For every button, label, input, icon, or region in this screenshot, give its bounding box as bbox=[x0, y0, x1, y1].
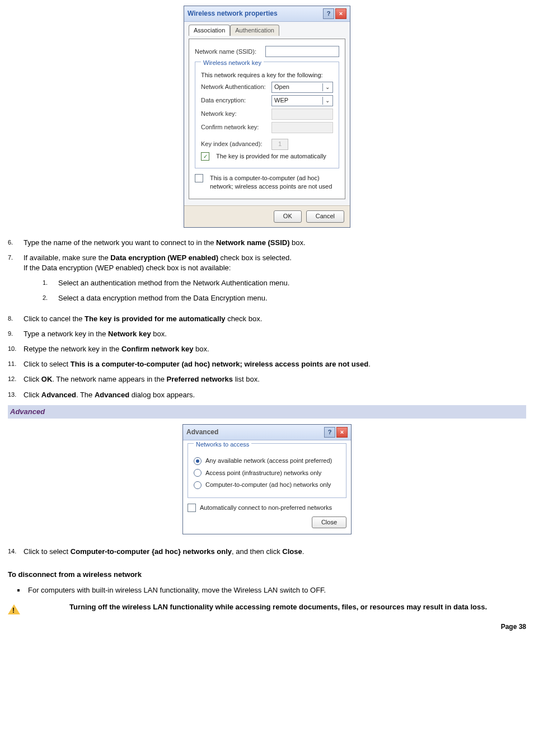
step-number: 10. bbox=[8, 344, 24, 354]
step-text: If available, make sure the Data encrypt… bbox=[24, 253, 292, 309]
disconnect-heading: To disconnect from a wireless network bbox=[8, 570, 526, 580]
warning-text: Turning off the wireless LAN functionali… bbox=[8, 603, 487, 611]
page-number: Page 38 bbox=[8, 622, 526, 632]
radio-label: Any available network (access point pref… bbox=[205, 457, 332, 465]
auth-value: Open bbox=[274, 83, 289, 91]
help-icon[interactable]: ? bbox=[323, 8, 334, 19]
chevron-down-icon: ⌄ bbox=[322, 97, 331, 105]
ok-button[interactable]: OK bbox=[274, 210, 302, 222]
step-text: Click OK. The network name appears in th… bbox=[24, 374, 260, 384]
tab-authentication[interactable]: Authentication bbox=[230, 25, 279, 36]
step-number: 12. bbox=[8, 374, 24, 384]
netkey-input bbox=[271, 109, 333, 120]
adhoc-label: This is a computer-to-computer (ad hoc) … bbox=[210, 174, 339, 191]
auto-key-checkbox[interactable]: ✓ bbox=[201, 152, 209, 161]
netkey-label: Network key: bbox=[201, 110, 268, 118]
close-icon[interactable]: × bbox=[336, 427, 348, 438]
step-text: Click to select This is a computer-to-co… bbox=[24, 359, 371, 369]
networks-access-groupbox-title: Networks to access bbox=[194, 440, 251, 449]
step-text: Retype the network key in the Confirm ne… bbox=[24, 344, 209, 354]
dialog-title-text: Wireless network properties bbox=[188, 9, 278, 18]
step-text: Type a network key in the Network key bo… bbox=[24, 329, 167, 339]
step-text: Click to select Computer-to-computer {ad… bbox=[24, 547, 304, 557]
warning-icon bbox=[8, 604, 19, 614]
step-text: Click to cancel the The key is provided … bbox=[24, 314, 262, 324]
step-number: 9. bbox=[8, 329, 24, 339]
step-number: 7. bbox=[8, 253, 24, 309]
step-number: 13. bbox=[8, 390, 24, 400]
radio-label: Access point (infrastructure) networks o… bbox=[205, 469, 321, 477]
close-button[interactable]: Close bbox=[312, 516, 346, 528]
tab-association[interactable]: Association bbox=[189, 25, 230, 36]
help-icon[interactable]: ? bbox=[324, 427, 335, 438]
step-number: 11. bbox=[8, 359, 24, 369]
auto-connect-checkbox[interactable] bbox=[188, 504, 196, 512]
substep-text: Select an authentication method from the… bbox=[58, 278, 289, 288]
cancel-button[interactable]: Cancel bbox=[306, 210, 344, 222]
enc-label: Data encryption: bbox=[201, 96, 268, 105]
enc-dropdown[interactable]: WEP ⌄ bbox=[271, 95, 333, 106]
auto-key-label: The key is provided for me automatically bbox=[216, 152, 326, 161]
step-number: 14. bbox=[8, 547, 24, 557]
keyindex-label: Key index (advanced): bbox=[201, 140, 268, 148]
ssid-input[interactable] bbox=[265, 46, 339, 57]
auth-label: Network Authentication: bbox=[201, 83, 268, 91]
radio-adhoc-only[interactable] bbox=[194, 481, 202, 489]
substep-number: 1. bbox=[43, 278, 58, 288]
substep-text: Select a data encryption method from the… bbox=[58, 293, 268, 303]
step-number: 8. bbox=[8, 314, 24, 324]
radio-label: Computer-to-computer (ad hoc) networks o… bbox=[205, 481, 331, 489]
substep-number: 2. bbox=[43, 293, 58, 303]
chevron-down-icon: ⌄ bbox=[322, 83, 331, 91]
enc-value: WEP bbox=[274, 96, 288, 105]
auto-connect-label: Automatically connect to non-preferred n… bbox=[200, 504, 332, 512]
wireless-properties-dialog: Wireless network properties ? × Associat… bbox=[184, 6, 350, 228]
step-text: Click Advanced. The Advanced dialog box … bbox=[24, 390, 195, 400]
auth-dropdown[interactable]: Open ⌄ bbox=[271, 82, 333, 93]
advanced-heading: Advanced bbox=[8, 405, 526, 419]
dialog-title-text: Advanced bbox=[186, 428, 218, 437]
close-icon[interactable]: × bbox=[335, 8, 346, 19]
ssid-label: Network name (SSID): bbox=[195, 48, 262, 56]
keyindex-stepper: 1 bbox=[271, 139, 288, 150]
step-number: 6. bbox=[8, 238, 24, 248]
confirm-netkey-label: Confirm network key: bbox=[201, 123, 268, 132]
advanced-dialog: Advanced ? × Networks to access Any avai… bbox=[182, 424, 352, 534]
step-text: Type the name of the network you want to… bbox=[24, 238, 306, 248]
disconnect-bullet: For computers with built-in wireless LAN… bbox=[26, 585, 526, 595]
dialog-titlebar: Advanced ? × bbox=[183, 425, 351, 440]
confirm-netkey-input bbox=[271, 122, 333, 133]
adhoc-checkbox[interactable]: ✓ bbox=[195, 174, 203, 182]
radio-any-network[interactable] bbox=[194, 457, 202, 465]
wireless-key-desc: This network requires a key for the foll… bbox=[201, 71, 333, 79]
radio-infrastructure-only[interactable] bbox=[194, 469, 202, 477]
wireless-key-groupbox-title: Wireless network key bbox=[201, 59, 264, 67]
dialog-titlebar: Wireless network properties ? × bbox=[184, 6, 350, 22]
